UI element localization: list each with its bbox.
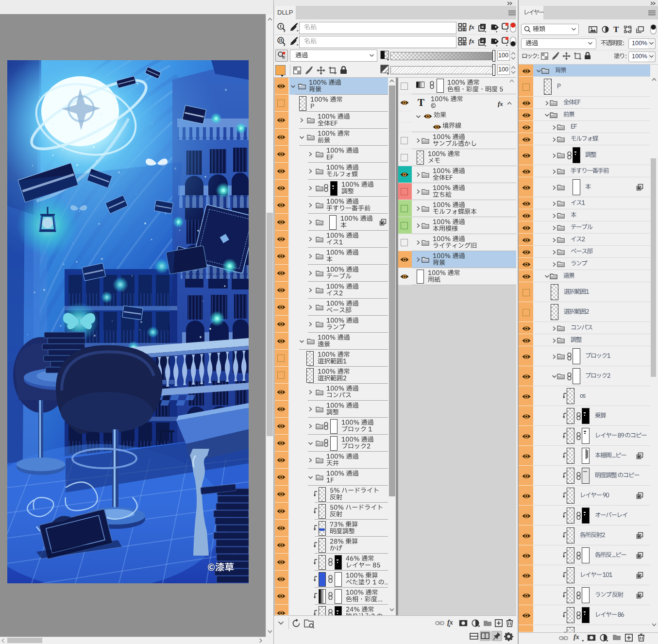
svg-text:fx: fx — [469, 23, 474, 31]
svg-text:I: I — [280, 24, 282, 29]
svg-text:fx: fx — [469, 37, 474, 45]
svg-text:fx: fx — [498, 100, 503, 107]
svg-text:II: II — [279, 38, 283, 43]
svg-text:fx: fx — [574, 633, 579, 641]
